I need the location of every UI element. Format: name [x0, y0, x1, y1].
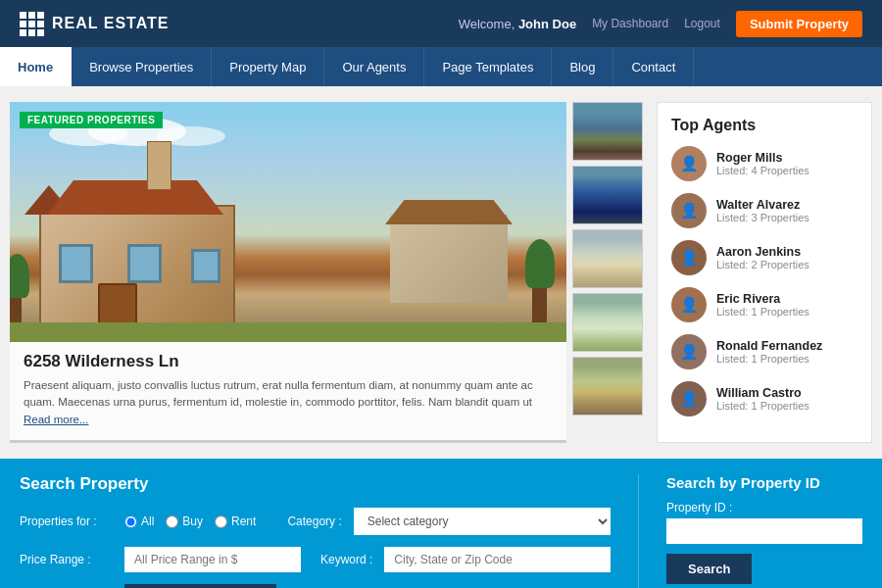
thumbnail-column — [572, 102, 643, 443]
logout-link[interactable]: Logout — [684, 17, 720, 30]
agent-listings-4: Listed: 1 Properties — [716, 306, 809, 318]
agent-info-6: William Castro Listed: 1 Properties — [716, 386, 809, 412]
top-agents-title: Top Agents — [671, 117, 858, 134]
search-properties-button[interactable]: Search Properties — [124, 584, 276, 588]
radio-rent[interactable]: Rent — [215, 514, 256, 528]
category-label: Category : — [287, 514, 341, 528]
pid-title: Search by Property ID — [666, 474, 862, 491]
property-description: Praesent aliquam, justo convallis luctus… — [24, 377, 553, 428]
price-input[interactable] — [124, 547, 301, 572]
submit-property-button[interactable]: Submit Property — [736, 11, 862, 37]
thumbnail-3[interactable] — [572, 229, 643, 288]
nav-page-templates[interactable]: Page Templates — [424, 47, 552, 86]
search-title: Search Property — [20, 474, 611, 494]
agent-listings-2: Listed: 3 Properties — [716, 212, 809, 223]
agent-item-5: 👤 Ronald Fernandez Listed: 1 Properties — [671, 334, 858, 369]
radio-group: All Buy Rent — [124, 514, 256, 528]
price-label: Price Range : — [20, 553, 113, 566]
agent-info-3: Aaron Jenkins Listed: 2 Properties — [716, 245, 809, 270]
radio-buy-input[interactable] — [166, 515, 178, 528]
properties-for-label: Properties for : — [20, 514, 113, 528]
agent-avatar-6: 👤 — [671, 381, 707, 416]
search-pid-section: Search by Property ID Property ID : Sear… — [666, 474, 862, 588]
agent-listings-5: Listed: 1 Properties — [716, 353, 822, 365]
agent-listings-1: Listed: 4 Properties — [716, 165, 809, 176]
agent-name-2: Walter Alvarez — [716, 198, 809, 212]
property-info-overlay: 6258 Wilderness Ln Praesent aliquam, jus… — [10, 342, 566, 440]
featured-section: FEATURED PROPERTIES — [10, 102, 643, 443]
logo-text: REAL ESTATE — [52, 15, 169, 32]
header-right: Welcome, John Doe My Dashboard Logout Su… — [459, 11, 862, 37]
read-more-link[interactable]: Read more... — [24, 414, 88, 425]
agent-listings-3: Listed: 2 Properties — [716, 259, 809, 270]
logo: REAL ESTATE — [20, 12, 169, 36]
agent-item-6: 👤 William Castro Listed: 1 Properties — [671, 381, 858, 416]
nav-blog[interactable]: Blog — [552, 47, 613, 86]
keyword-label: Keyword : — [320, 553, 372, 566]
property-address: 6258 Wilderness Ln — [24, 352, 553, 371]
nav-home[interactable]: Home — [0, 47, 72, 86]
thumbnail-2[interactable] — [572, 166, 643, 224]
agent-name-3: Aaron Jenkins — [716, 245, 809, 259]
featured-badge: FEATURED PROPERTIES — [20, 112, 163, 128]
main-content: FEATURED PROPERTIES — [0, 86, 882, 459]
pid-label: Property ID : — [666, 501, 862, 514]
thumbnail-5[interactable] — [572, 357, 643, 416]
price-keyword-row: Price Range : Keyword : — [20, 547, 611, 572]
agent-avatar-1: 👤 — [671, 146, 707, 181]
agent-info-1: Roger Mills Listed: 4 Properties — [716, 151, 809, 176]
agent-name-6: William Castro — [716, 386, 809, 400]
main-property-image-wrap: FEATURED PROPERTIES — [10, 102, 566, 443]
agent-item-2: 👤 Walter Alvarez Listed: 3 Properties — [671, 193, 858, 228]
search-main: Search Property Properties for : All Buy… — [20, 474, 611, 588]
search-section: Search Property Properties for : All Buy… — [0, 459, 882, 588]
properties-for-row: Properties for : All Buy Rent Category :… — [20, 508, 611, 535]
main-nav: Home Browse Properties Property Map Our … — [0, 47, 882, 86]
radio-buy[interactable]: Buy — [166, 514, 203, 528]
search-divider — [638, 474, 639, 588]
radio-rent-input[interactable] — [215, 515, 227, 528]
thumbnail-1[interactable] — [572, 102, 643, 161]
thumbnail-4[interactable] — [572, 293, 643, 352]
header: REAL ESTATE Welcome, John Doe My Dashboa… — [0, 0, 882, 47]
dashboard-link[interactable]: My Dashboard — [592, 17, 668, 30]
nav-property-map[interactable]: Property Map — [212, 47, 324, 86]
agent-info-5: Ronald Fernandez Listed: 1 Properties — [716, 339, 822, 365]
right-panel: Top Agents 👤 Roger Mills Listed: 4 Prope… — [657, 102, 872, 443]
nav-contact[interactable]: Contact — [613, 47, 694, 86]
radio-all-input[interactable] — [124, 515, 137, 528]
radio-all[interactable]: All — [124, 514, 154, 528]
keyword-input[interactable] — [384, 547, 611, 572]
agent-listings-6: Listed: 1 Properties — [716, 400, 809, 412]
welcome-text: Welcome, John Doe — [459, 17, 576, 31]
logo-icon — [20, 12, 44, 36]
category-select[interactable]: Select category — [354, 508, 611, 535]
pid-input[interactable] — [666, 518, 862, 544]
nav-our-agents[interactable]: Our Agents — [324, 47, 424, 86]
agent-avatar-5: 👤 — [671, 334, 707, 369]
agent-name-1: Roger Mills — [716, 151, 809, 165]
agent-info-4: Eric Rivera Listed: 1 Properties — [716, 292, 809, 318]
agent-name-5: Ronald Fernandez — [716, 339, 822, 353]
pid-search-button[interactable]: Search — [666, 554, 752, 584]
agent-item-4: 👤 Eric Rivera Listed: 1 Properties — [671, 287, 858, 322]
nav-browse-properties[interactable]: Browse Properties — [72, 47, 212, 86]
agent-item-3: 👤 Aaron Jenkins Listed: 2 Properties — [671, 240, 858, 275]
agent-name-4: Eric Rivera — [716, 292, 809, 306]
agent-info-2: Walter Alvarez Listed: 3 Properties — [716, 198, 809, 223]
agent-avatar-4: 👤 — [671, 287, 707, 322]
agent-avatar-2: 👤 — [671, 193, 707, 228]
username: John Doe — [518, 17, 576, 31]
agent-avatar-3: 👤 — [671, 240, 707, 275]
agent-item-1: 👤 Roger Mills Listed: 4 Properties — [671, 146, 858, 181]
search-grid: Search Property Properties for : All Buy… — [20, 474, 862, 588]
